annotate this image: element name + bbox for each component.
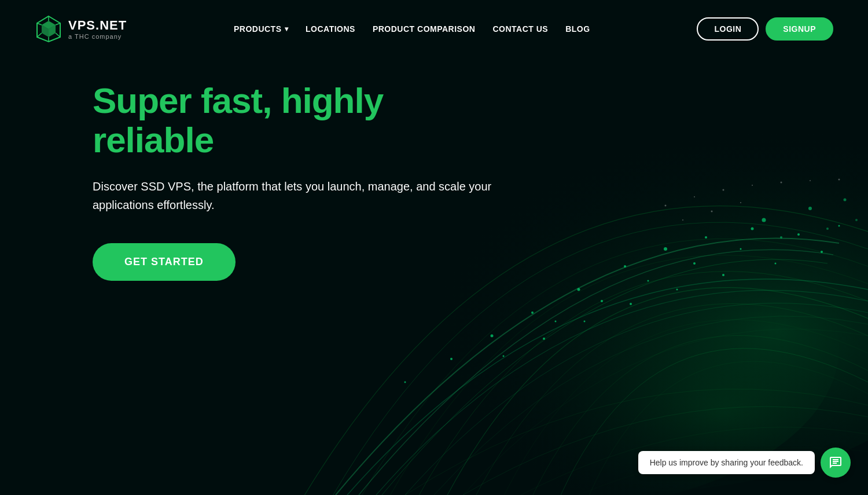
feedback-button[interactable] [821, 448, 851, 478]
svg-point-12 [555, 321, 557, 322]
svg-point-36 [752, 185, 753, 186]
svg-point-27 [762, 218, 766, 222]
svg-point-23 [676, 289, 678, 291]
svg-line-49 [56, 23, 60, 25]
nav-products[interactable]: PRODUCTS [234, 24, 288, 34]
svg-point-14 [648, 280, 649, 282]
hero-content: Super fast, highly reliable Discover SSD… [93, 81, 498, 281]
svg-point-35 [723, 189, 724, 191]
svg-point-21 [584, 321, 586, 322]
svg-point-40 [682, 219, 683, 221]
nav-locations[interactable]: LOCATIONS [306, 24, 355, 34]
nav-product-comparison[interactable]: PRODUCT COMPARISON [373, 24, 476, 34]
svg-point-6 [624, 265, 626, 267]
svg-point-30 [780, 236, 782, 239]
svg-point-25 [775, 263, 777, 265]
svg-line-52 [37, 33, 42, 37]
logo-tagline: a THC company [68, 33, 127, 40]
svg-point-11 [404, 382, 406, 383]
svg-point-32 [855, 219, 858, 221]
svg-point-8 [705, 236, 707, 239]
svg-point-33 [665, 205, 667, 207]
nav-contact-us[interactable]: CONTACT US [492, 24, 548, 34]
hero-section: VPS.NET a THC company PRODUCTS LOCATIONS… [0, 0, 868, 495]
svg-point-19 [503, 355, 505, 357]
svg-point-39 [838, 179, 840, 181]
feedback-text: Help us improve by sharing your feedback… [638, 451, 815, 474]
svg-line-50 [56, 33, 60, 37]
svg-point-4 [531, 311, 534, 314]
svg-point-42 [740, 202, 741, 203]
nav-buttons: LOGIN SIGNUP [697, 17, 833, 41]
svg-point-41 [711, 211, 713, 212]
svg-point-5 [578, 288, 580, 291]
logo-icon [35, 15, 62, 43]
svg-point-29 [844, 199, 847, 201]
svg-point-17 [797, 233, 800, 236]
logo-text: VPS.NET a THC company [68, 18, 127, 40]
svg-point-18 [838, 225, 840, 227]
svg-point-28 [808, 207, 812, 210]
logo[interactable]: VPS.NET a THC company [35, 15, 127, 43]
hero-subtitle: Discover SSD VPS, the platform that lets… [93, 177, 498, 214]
svg-point-38 [810, 180, 811, 181]
svg-point-22 [630, 303, 632, 305]
svg-point-24 [722, 274, 724, 276]
svg-point-13 [601, 300, 603, 302]
svg-point-26 [821, 251, 823, 253]
svg-point-10 [450, 358, 453, 360]
svg-point-34 [694, 196, 695, 197]
svg-point-31 [826, 228, 829, 230]
nav-links: PRODUCTS LOCATIONS PRODUCT COMPARISON CO… [234, 24, 590, 34]
svg-point-15 [693, 262, 696, 265]
svg-point-16 [740, 248, 742, 250]
svg-point-9 [751, 228, 754, 230]
navbar: VPS.NET a THC company PRODUCTS LOCATIONS… [0, 0, 868, 58]
svg-point-7 [664, 247, 667, 251]
svg-point-3 [491, 335, 494, 338]
hero-title: Super fast, highly reliable [93, 81, 498, 160]
svg-point-20 [543, 338, 545, 340]
get-started-button[interactable]: GET STARTED [93, 243, 236, 281]
chat-icon [829, 456, 843, 470]
feedback-widget: Help us improve by sharing your feedback… [638, 448, 851, 478]
login-button[interactable]: LOGIN [697, 17, 759, 41]
svg-point-37 [781, 182, 782, 184]
signup-button[interactable]: SIGNUP [766, 17, 833, 41]
logo-name: VPS.NET [68, 18, 127, 33]
nav-blog[interactable]: BLOG [565, 24, 590, 34]
svg-line-53 [37, 23, 42, 25]
